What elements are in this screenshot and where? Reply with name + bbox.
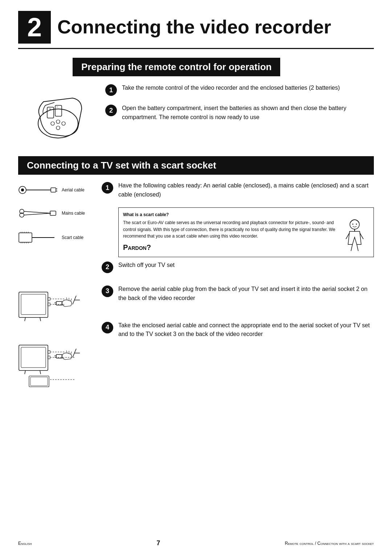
s2-step-bullet-3: 3: [102, 285, 113, 297]
pardon-label: Pardon?: [123, 242, 336, 253]
section1-body: + − 1 Take the remote control of the vid…: [18, 84, 374, 145]
s2-step-text-4: Take the enclosed aerial cable and conne…: [118, 321, 374, 339]
svg-rect-12: [51, 188, 56, 192]
svg-rect-54: [48, 356, 50, 359]
scart-cable-label: Scart cable: [62, 235, 83, 240]
svg-rect-52: [21, 347, 46, 368]
svg-point-6: [56, 120, 60, 123]
footer-page-number: 7: [156, 539, 160, 547]
scart-info-content: What is a scart cable? The scart or Euro…: [123, 211, 336, 253]
mains-cable-item: Mains cable: [18, 207, 98, 220]
section1-header: Preparing the remote control for operati…: [73, 58, 280, 76]
svg-rect-62: [29, 376, 49, 387]
tv-images-column: [18, 285, 98, 389]
step-row-1: 1 Take the remote control of the video r…: [105, 84, 374, 96]
svg-rect-20: [19, 233, 32, 242]
s2-step-row-2: 2 Switch off your TV set: [102, 261, 374, 273]
svg-rect-19: [50, 211, 56, 215]
s2-step-text-1: Have the following cables ready: An aeri…: [118, 181, 374, 199]
section2-steps: 1 Have the following cables ready: An ae…: [98, 181, 374, 281]
scart-info-text: The scart or Euro-AV cable serves as the…: [123, 219, 336, 240]
svg-point-10: [21, 189, 24, 191]
svg-rect-39: [21, 294, 46, 315]
step-text-1: Take the remote control of the video rec…: [122, 84, 374, 93]
scart-cable-item: Scart cable: [18, 230, 98, 245]
step-bullet-2: 2: [105, 105, 117, 116]
svg-line-66: [40, 370, 41, 374]
section2-cols: Aerial cable Mains cable: [18, 181, 374, 281]
s2-step-bullet-4: 4: [102, 322, 113, 333]
s2-step-text-2: Switch off your TV set: [118, 261, 374, 270]
s2-step-bullet-1: 1: [102, 182, 113, 194]
scart-info-title: What is a scart cable?: [123, 211, 336, 218]
svg-rect-51: [19, 345, 48, 370]
svg-rect-63: [30, 377, 48, 386]
svg-rect-41: [48, 303, 50, 306]
steps34-text: 3 Remove the aerial cable plug from the …: [98, 285, 374, 389]
svg-rect-53: [48, 351, 50, 353]
svg-point-5: [51, 122, 54, 125]
section2-body: Aerial cable Mains cable: [18, 181, 374, 389]
aerial-cable-label: Aerial cable: [62, 187, 85, 193]
step-text-2: Open the battery compartment, insert the…: [122, 104, 374, 122]
tv-connection-image-1: [18, 285, 98, 332]
svg-point-34: [356, 223, 357, 224]
aerial-cable-item: Aerial cable: [18, 183, 98, 197]
svg-point-8: [56, 126, 60, 130]
svg-line-37: [357, 244, 358, 251]
svg-text:−: −: [56, 105, 58, 109]
chapter-title: Connecting the video recorder: [57, 17, 331, 37]
section1-steps: 1 Take the remote control of the video r…: [98, 84, 374, 145]
svg-line-49: [25, 317, 25, 321]
footer-language: English: [18, 541, 32, 546]
header-rule: [18, 48, 374, 49]
remote-control-image: + −: [18, 84, 98, 145]
s2-step-bullet-2: 2: [102, 262, 113, 273]
step-bullet-1: 1: [105, 84, 117, 96]
s2-step-text-3: Remove the aerial cable plug from the ba…: [118, 285, 374, 303]
svg-line-17: [24, 211, 51, 213]
svg-text:+: +: [49, 107, 51, 111]
step-row-2: 2 Open the battery compartment, insert t…: [105, 104, 374, 122]
svg-rect-38: [19, 292, 48, 317]
svg-line-65: [25, 370, 25, 374]
svg-line-36: [351, 244, 352, 251]
svg-point-33: [352, 223, 353, 224]
s2-step-row-4: 4 Take the enclosed aerial cable and con…: [102, 321, 374, 339]
s2-step-row-3: 3 Remove the aerial cable plug from the …: [102, 285, 374, 303]
mains-cable-label: Mains cable: [62, 211, 85, 216]
cables-column: Aerial cable Mains cable: [18, 181, 98, 281]
svg-point-7: [62, 122, 65, 125]
chapter-number: 2: [18, 11, 51, 44]
svg-line-50: [40, 317, 41, 321]
s2-step-row-1: 1 Have the following cables ready: An ae…: [102, 181, 374, 199]
svg-line-18: [24, 213, 51, 215]
tv-connection-image-2: [18, 338, 98, 389]
page-header: 2 Connecting the video recorder: [0, 0, 392, 44]
steps34-section: 3 Remove the aerial cable plug from the …: [18, 285, 374, 389]
footer-section: Remote control / Connection with a scart…: [285, 541, 374, 546]
svg-rect-40: [48, 297, 50, 300]
scart-info-box: What is a scart cable? The scart or Euro…: [118, 207, 374, 257]
pardon-figure: [340, 211, 369, 253]
section2-header: Connecting to a TV set with a scart sock…: [18, 156, 374, 175]
page-footer: English 7 Remote control / Connection wi…: [0, 539, 392, 547]
